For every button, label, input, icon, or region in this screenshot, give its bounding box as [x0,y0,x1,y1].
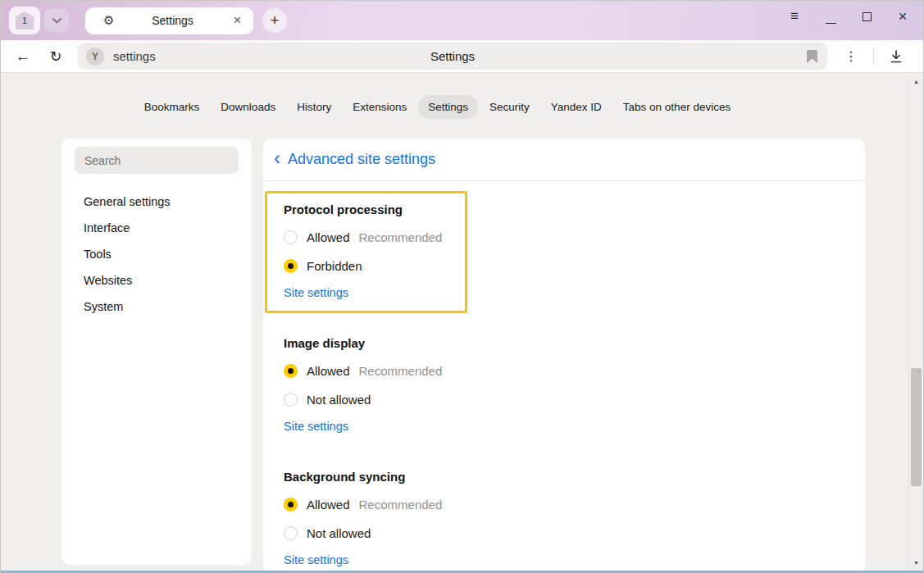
plus-icon: + [270,11,279,30]
settings-page: BookmarksDownloadsHistoryExtensionsSetti… [1,74,923,573]
toolbar-divider [873,48,874,65]
section-protocol-processing: Protocol processing Allowed Recommended … [265,191,467,313]
window-controls: ≡ × [787,7,910,25]
back-icon[interactable]: ← [11,44,35,69]
option-rows: Allowed Recommended Not allowed [284,496,865,541]
bookmark-icon[interactable] [807,50,817,63]
main-panel: ‹ Advanced site settings Protocol proces… [263,139,865,573]
page-title: Advanced site settings [288,151,435,168]
radio-option-forbidden[interactable]: Forbidden [284,257,453,274]
radio-option-label: Allowed [307,230,350,244]
tab-list-chevron-button[interactable] [44,9,69,32]
site-settings-link[interactable]: Site settings [284,286,348,299]
tab-close-icon[interactable]: × [231,13,244,28]
radio-option-not-allowed[interactable]: Not allowed [284,525,865,541]
recommended-badge: Recommended [359,230,443,244]
nav-tab-yandex-id[interactable]: Yandex ID [541,95,612,119]
tab-count-shield-icon: 1 [16,11,34,30]
nav-tab-extensions[interactable]: Extensions [343,95,416,119]
settings-sections: Protocol processing Allowed Recommended … [263,181,865,567]
recommended-badge: Recommended [359,364,443,378]
tab-title: Settings [114,14,230,27]
recommended-badge: Recommended [359,498,443,512]
chevron-down-icon [52,18,61,24]
vertical-scrollbar[interactable]: ▲ ▼ [908,74,923,571]
tab-count-button[interactable]: 1 [9,7,40,34]
radio-option-label: Allowed [307,364,350,378]
download-icon[interactable] [884,44,908,69]
sidebar-item-websites[interactable]: Websites [61,267,252,293]
radio-option-label: Forbidden [307,259,362,273]
site-settings-link[interactable]: Site settings [284,553,348,566]
search-box[interactable] [75,147,239,174]
section-background-syncing: Background syncing Allowed Recommended N… [284,470,865,567]
sidebar-items: General settingsInterfaceToolsWebsitesSy… [61,189,252,320]
scroll-up-icon[interactable]: ▲ [909,79,923,84]
nav-tab-history[interactable]: History [287,95,341,119]
nav-tab-security[interactable]: Security [480,95,539,119]
tab-strip: 1 ⚙ Settings × + ≡ × [1,1,923,40]
scrollbar-thumb[interactable] [911,368,922,486]
radio-not-allowed[interactable] [284,393,298,407]
nav-tab-bookmarks[interactable]: Bookmarks [134,95,210,119]
settings-sidebar: General settingsInterfaceToolsWebsitesSy… [61,139,252,565]
back-chevron-icon[interactable]: ‹ [274,148,280,168]
minimize-icon[interactable] [823,9,838,24]
radio-option-label: Not allowed [307,393,371,407]
scroll-down-icon[interactable]: ▼ [909,560,923,566]
gear-icon: ⚙ [103,13,114,28]
radio-allowed[interactable] [284,230,298,244]
radio-allowed-selected[interactable] [284,498,298,512]
toolbar: ← ↻ Y settings Settings ⋮ [1,40,923,73]
option-rows: Allowed Recommended Forbidden [284,229,453,274]
option-rows: Allowed Recommended Not allowed [284,362,865,407]
kebab-menu-icon[interactable]: ⋮ [839,44,863,69]
radio-option-allowed[interactable]: Allowed Recommended [284,362,865,379]
radio-option-label: Not allowed [307,526,371,540]
search-input[interactable] [84,154,229,167]
site-settings-link[interactable]: Site settings [284,420,348,433]
section-title: Image display [284,336,865,350]
radio-option-label: Allowed [307,498,350,512]
radio-allowed-selected[interactable] [284,364,298,378]
browser-menu-icon[interactable]: ≡ [787,9,802,24]
advanced-settings-header[interactable]: ‹ Advanced site settings [263,139,865,181]
radio-not-allowed[interactable] [284,526,298,540]
protect-badge-icon[interactable]: Y [86,48,104,66]
address-bar-page-title: Settings [78,49,827,63]
url-text: settings [113,49,156,63]
section-title: Protocol processing [284,202,453,216]
reload-icon[interactable]: ↻ [43,44,68,69]
new-tab-button[interactable]: + [262,8,287,33]
settings-nav-tabs: BookmarksDownloadsHistoryExtensionsSetti… [1,95,874,119]
radio-option-allowed[interactable]: Allowed Recommended [284,496,865,512]
section-image-display: Image display Allowed Recommended Not al… [284,336,865,434]
tab-count-label: 1 [22,16,27,25]
address-bar[interactable]: Y settings Settings [78,43,827,70]
maximize-icon[interactable] [859,9,874,24]
radio-option-not-allowed[interactable]: Not allowed [284,391,865,407]
nav-tab-downloads[interactable]: Downloads [211,95,285,119]
nav-tab-settings[interactable]: Settings [418,95,478,119]
sidebar-item-system[interactable]: System [61,293,252,320]
nav-tab-tabs-on-other-devices[interactable]: Tabs on other devices [613,95,740,119]
radio-forbidden-selected[interactable] [284,259,298,273]
section-title: Background syncing [284,470,865,484]
browser-tab-settings[interactable]: ⚙ Settings × [85,7,253,34]
sidebar-item-interface[interactable]: Interface [61,215,252,241]
sidebar-item-general-settings[interactable]: General settings [61,189,252,215]
close-window-icon[interactable]: × [895,9,910,24]
sidebar-item-tools[interactable]: Tools [61,241,252,267]
browser-window: 1 ⚙ Settings × + ≡ × ← ↻ Y settings [0,0,924,573]
radio-option-allowed[interactable]: Allowed Recommended [284,229,453,245]
